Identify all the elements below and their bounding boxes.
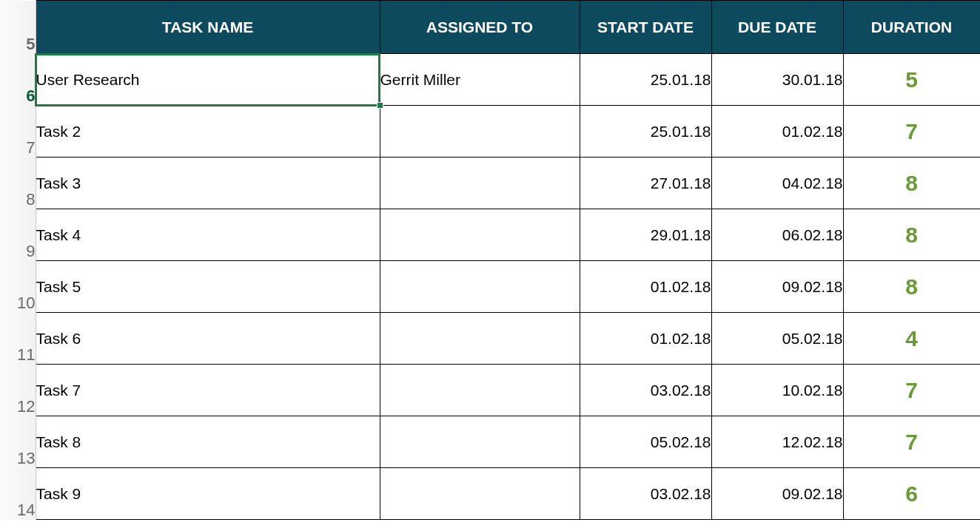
cell-duration[interactable]: 8 xyxy=(843,209,980,261)
table-row: 14Task 903.02.1809.02.186 xyxy=(0,468,980,520)
cell-assigned-to[interactable] xyxy=(380,416,580,468)
cell-due-date[interactable]: 01.02.18 xyxy=(711,106,843,158)
row-number[interactable]: 10 xyxy=(0,261,36,313)
cell-task-name[interactable]: Task 5 xyxy=(36,261,380,313)
cell-start-date[interactable]: 01.02.18 xyxy=(580,261,711,313)
cell-assigned-to[interactable] xyxy=(380,468,580,520)
cell-assigned-to[interactable] xyxy=(380,158,580,209)
row-number[interactable]: 13 xyxy=(0,416,36,468)
cell-task-name[interactable]: Task 8 xyxy=(36,416,380,468)
cell-task-name[interactable]: Task 4 xyxy=(36,209,380,261)
cell-duration[interactable]: 8 xyxy=(843,261,980,313)
cell-assigned-to[interactable] xyxy=(380,261,580,313)
table-row: 11Task 601.02.1805.02.184 xyxy=(0,313,980,365)
table-row: 13Task 805.02.1812.02.187 xyxy=(0,416,980,468)
cell-task-name[interactable]: Task 9 xyxy=(36,468,380,520)
cell-duration[interactable]: 6 xyxy=(843,468,980,520)
col-header-task[interactable]: TASK NAME xyxy=(36,1,380,54)
cell-task-name[interactable]: Task 3 xyxy=(36,158,380,209)
cell-assigned-to[interactable]: Gerrit Miller xyxy=(380,54,580,106)
table-row: 7Task 225.01.1801.02.187 xyxy=(0,106,980,158)
cell-start-date[interactable]: 25.01.18 xyxy=(580,106,711,158)
cell-due-date[interactable]: 04.02.18 xyxy=(711,158,843,209)
cell-due-date[interactable]: 30.01.18 xyxy=(711,54,843,106)
cell-start-date[interactable]: 03.02.18 xyxy=(580,365,711,416)
cell-due-date[interactable]: 09.02.18 xyxy=(711,468,843,520)
cell-start-date[interactable]: 01.02.18 xyxy=(580,313,711,365)
cell-start-date[interactable]: 05.02.18 xyxy=(580,416,711,468)
cell-due-date[interactable]: 06.02.18 xyxy=(711,209,843,261)
cell-task-name[interactable]: User Research xyxy=(36,54,380,106)
row-number[interactable]: 12 xyxy=(0,365,36,416)
cell-start-date[interactable]: 27.01.18 xyxy=(580,158,711,209)
col-header-duration[interactable]: DURATION xyxy=(843,1,980,54)
cell-start-date[interactable]: 25.01.18 xyxy=(580,54,711,106)
table-row: 12Task 703.02.1810.02.187 xyxy=(0,365,980,416)
row-number[interactable]: 9 xyxy=(0,209,36,261)
cell-duration[interactable]: 4 xyxy=(843,313,980,365)
table-row: 6User ResearchGerrit Miller25.01.1830.01… xyxy=(0,54,980,106)
row-number[interactable]: 6 xyxy=(0,54,36,106)
cell-duration[interactable]: 7 xyxy=(843,106,980,158)
row-number[interactable]: 7 xyxy=(0,106,36,158)
cell-start-date[interactable]: 29.01.18 xyxy=(580,209,711,261)
cell-due-date[interactable]: 05.02.18 xyxy=(711,313,843,365)
cell-duration[interactable]: 7 xyxy=(843,416,980,468)
cell-task-name[interactable]: Task 6 xyxy=(36,313,380,365)
cell-task-name[interactable]: Task 7 xyxy=(36,365,380,416)
header-row: 5 TASK NAME ASSIGNED TO START DATE DUE D… xyxy=(0,1,980,54)
row-number[interactable]: 8 xyxy=(0,158,36,209)
cell-assigned-to[interactable] xyxy=(380,209,580,261)
row-number[interactable]: 11 xyxy=(0,313,36,365)
table-row: 10Task 501.02.1809.02.188 xyxy=(0,261,980,313)
row-number[interactable]: 14 xyxy=(0,468,36,520)
col-header-start[interactable]: START DATE xyxy=(580,1,711,54)
cell-assigned-to[interactable] xyxy=(380,106,580,158)
task-table: 5 TASK NAME ASSIGNED TO START DATE DUE D… xyxy=(0,0,980,520)
table-row: 9Task 429.01.1806.02.188 xyxy=(0,209,980,261)
table-row: 8Task 327.01.1804.02.188 xyxy=(0,158,980,209)
cell-assigned-to[interactable] xyxy=(380,313,580,365)
cell-due-date[interactable]: 10.02.18 xyxy=(711,365,843,416)
col-header-due[interactable]: DUE DATE xyxy=(711,1,843,54)
cell-start-date[interactable]: 03.02.18 xyxy=(580,468,711,520)
spreadsheet-view: 5 TASK NAME ASSIGNED TO START DATE DUE D… xyxy=(0,0,980,520)
row-number-header[interactable]: 5 xyxy=(0,1,36,54)
cell-duration[interactable]: 8 xyxy=(843,158,980,209)
cell-task-name[interactable]: Task 2 xyxy=(36,106,380,158)
cell-duration[interactable]: 5 xyxy=(843,54,980,106)
cell-due-date[interactable]: 12.02.18 xyxy=(711,416,843,468)
cell-duration[interactable]: 7 xyxy=(843,365,980,416)
fill-handle[interactable] xyxy=(377,102,383,109)
cell-due-date[interactable]: 09.02.18 xyxy=(711,261,843,313)
col-header-assigned[interactable]: ASSIGNED TO xyxy=(380,1,580,54)
cell-assigned-to[interactable] xyxy=(380,365,580,416)
